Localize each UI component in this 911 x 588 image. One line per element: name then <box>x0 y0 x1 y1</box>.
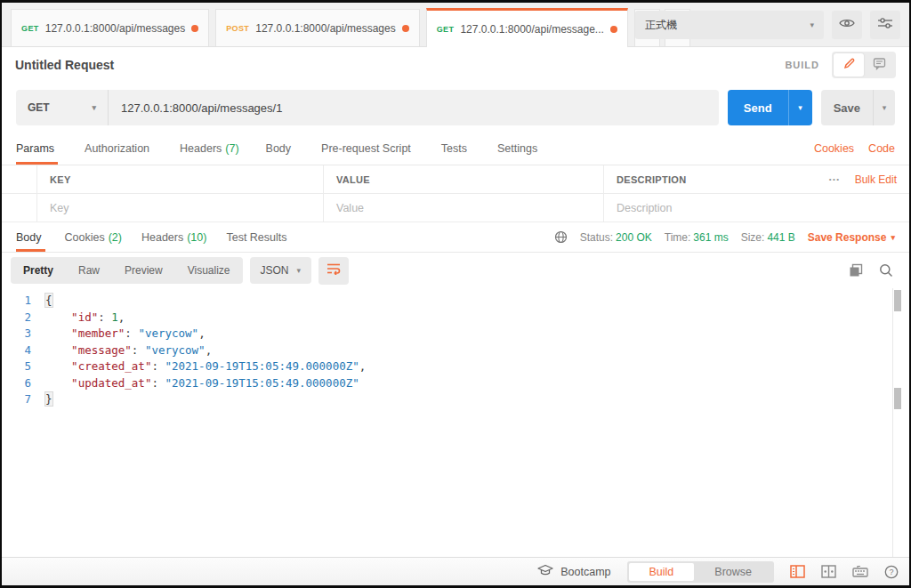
size-badge: Size:441 B <box>741 231 795 244</box>
column-header-value: VALUE <box>336 174 370 185</box>
tab-count: (2) <box>109 231 122 244</box>
line-number: 3 <box>2 326 44 342</box>
tab-label: Pre-request Script <box>321 142 411 155</box>
svg-text:?: ? <box>889 568 893 576</box>
cookies-link[interactable]: Cookies <box>814 142 854 155</box>
send-button[interactable]: Send <box>728 90 788 125</box>
request-tab-1[interactable]: GET 127.0.0.1:8000/api/messages <box>11 9 209 46</box>
params-header-actions: ••• Bulk Edit <box>829 173 897 186</box>
format-select[interactable]: JSON ▾ <box>250 257 312 284</box>
wrap-text-icon <box>327 262 341 278</box>
code-link[interactable]: Code <box>868 142 895 155</box>
line-number: 5 <box>2 358 44 375</box>
two-pane-view-button[interactable] <box>821 565 836 578</box>
line-number: 4 <box>2 342 44 359</box>
request-header-actions: BUILD <box>785 52 896 78</box>
url-input[interactable]: 127.0.0.1:8000/api/messages/1 <box>109 101 294 115</box>
tab-label: Headers <box>180 142 222 155</box>
environment-settings-button[interactable] <box>870 11 900 39</box>
code-line: 6 "updated_at": "2021-09-19T15:05:49.000… <box>2 375 909 392</box>
method-badge: GET <box>21 24 39 33</box>
unsaved-dot <box>610 26 617 33</box>
request-header: Untitled Request BUILD <box>2 47 909 83</box>
time-badge: Time:361 ms <box>665 231 729 244</box>
tab-body[interactable]: Body <box>266 133 295 165</box>
request-links: Cookies Code <box>814 133 895 165</box>
wrap-text-button[interactable] <box>318 257 349 285</box>
save-button[interactable]: Save <box>821 90 873 125</box>
response-body-editor[interactable]: 1{2 "id": 1,3 "member": "verycow",4 "mes… <box>2 288 909 557</box>
chevron-down-icon: ▾ <box>92 103 96 112</box>
params-more-button[interactable]: ••• <box>829 175 841 183</box>
response-toolbar: Pretty Raw Preview Visualize JSON ▾ <box>2 253 909 288</box>
method-select[interactable]: GET ▾ <box>16 90 109 125</box>
search-response-button[interactable] <box>879 263 893 278</box>
edit-request-button[interactable] <box>834 53 864 77</box>
sliders-icon <box>877 16 893 34</box>
bootcamp-button[interactable]: Bootcamp <box>537 564 610 579</box>
response-tab-cookies[interactable]: Cookies(2) <box>65 222 122 252</box>
view-raw[interactable]: Raw <box>66 257 112 284</box>
tab-settings[interactable]: Settings <box>497 133 541 165</box>
tab-tests[interactable]: Tests <box>441 133 471 165</box>
code-line: 2 "id": 1, <box>2 310 909 326</box>
send-options-caret[interactable]: ▾ <box>788 90 812 125</box>
chevron-down-icon: ▾ <box>810 20 814 29</box>
format-value: JSON <box>261 264 289 277</box>
scrollbar-thumb[interactable] <box>894 388 901 409</box>
response-tab-body[interactable]: Body <box>16 222 45 252</box>
keyboard-shortcuts-button[interactable] <box>852 565 868 578</box>
comments-button[interactable] <box>864 53 894 77</box>
chevron-down-icon: ▾ <box>891 233 895 242</box>
tab-headers[interactable]: Headers(7) <box>180 133 239 165</box>
tab-params[interactable]: Params <box>16 133 58 165</box>
build-browse-toggle: Build Browse <box>627 561 774 583</box>
line-text: "updated_at": "2021-09-19T15:05:49.00000… <box>44 375 359 392</box>
key-input[interactable]: Key <box>50 202 69 214</box>
bulk-edit-link[interactable]: Bulk Edit <box>855 173 897 186</box>
view-visualize[interactable]: Visualize <box>175 257 243 284</box>
eye-icon <box>839 17 855 33</box>
code-lines: 1{2 "id": 1,3 "member": "verycow",4 "mes… <box>2 293 909 408</box>
params-table-header: KEY VALUE DESCRIPTION ••• Bulk Edit <box>2 165 909 194</box>
chevron-down-icon: ▾ <box>297 266 302 275</box>
tab-authorization[interactable]: Authorization <box>85 133 153 165</box>
globe-icon[interactable] <box>554 230 568 244</box>
build-toggle[interactable]: Build <box>629 563 695 581</box>
environment-quick-look-button[interactable] <box>832 11 862 39</box>
scrollbar-thumb[interactable] <box>894 290 901 311</box>
sidebar-layout-button[interactable] <box>790 565 805 578</box>
view-preview[interactable]: Preview <box>112 257 175 284</box>
request-tab-3-active[interactable]: GET 127.0.0.1:8000/api/message... <box>426 8 628 47</box>
view-pretty[interactable]: Pretty <box>11 257 66 284</box>
column-header-description: DESCRIPTION <box>617 174 686 185</box>
comment-icon <box>873 57 886 74</box>
browse-toggle[interactable]: Browse <box>694 563 772 581</box>
code-line: 7} <box>2 391 909 408</box>
view-mode-control: Pretty Raw Preview Visualize <box>11 257 243 284</box>
tab-bar: GET 127.0.0.1:8000/api/messages POST 127… <box>2 3 909 47</box>
copy-response-button[interactable] <box>849 263 863 278</box>
editor-right-border <box>892 288 893 557</box>
code-line: 5 "created_at": "2021-09-19T15:05:49.000… <box>2 358 909 375</box>
environment-selector[interactable]: 正式機 ▾ <box>635 11 824 39</box>
tab-pre-request-script[interactable]: Pre-request Script <box>321 133 415 165</box>
graduation-cap-icon <box>537 564 553 579</box>
tab-count: (7) <box>225 142 238 155</box>
code-line: 1{ <box>2 293 909 310</box>
response-tab-test-results[interactable]: Test Results <box>226 222 290 252</box>
tab-label: Tests <box>441 142 467 155</box>
save-response-button[interactable]: Save Response ▾ <box>808 231 895 244</box>
save-options-caret[interactable]: ▾ <box>873 90 895 125</box>
description-input[interactable]: Description <box>617 202 673 214</box>
bootcamp-label: Bootcamp <box>560 566 610 578</box>
status-badge: Status:200 OK <box>580 231 652 244</box>
tab-label: Body <box>16 231 42 244</box>
request-tab-2[interactable]: POST 127.0.0.1:8000/api/messages <box>215 9 420 46</box>
send-split-button: Send ▾ <box>728 90 812 125</box>
help-button[interactable]: ? <box>884 565 899 579</box>
tab-label: Headers <box>141 231 183 244</box>
line-number: 2 <box>2 310 44 326</box>
value-input[interactable]: Value <box>336 202 364 214</box>
response-tab-headers[interactable]: Headers(10) <box>141 222 206 252</box>
